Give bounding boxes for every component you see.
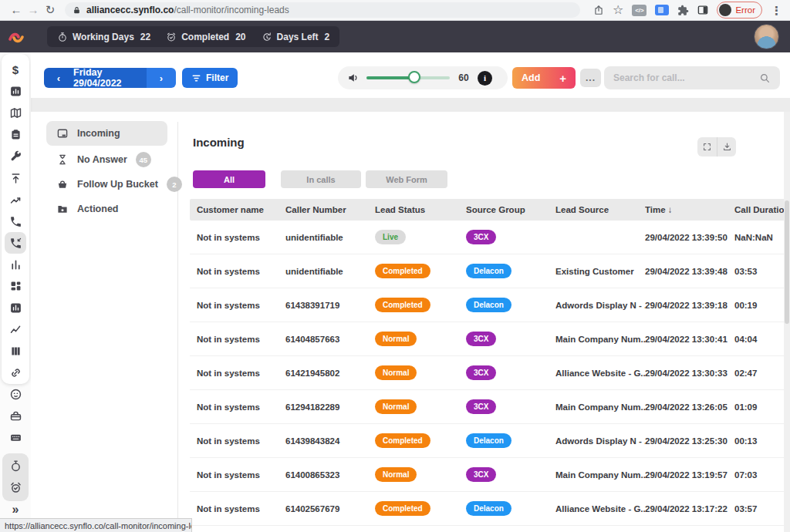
nav-item-actioned[interactable]: Actioned: [46, 197, 167, 221]
more-options-button[interactable]: ...: [580, 69, 601, 87]
rail-stopwatch-icon: [9, 460, 22, 473]
back-icon[interactable]: ←: [8, 0, 25, 20]
browser-menu-icon[interactable]: ⋮: [771, 5, 782, 16]
rail-item-wrench[interactable]: [5, 145, 26, 167]
rail-item-keyboard[interactable]: [5, 426, 26, 448]
col-source-group[interactable]: Source Group: [466, 205, 555, 214]
address-bar[interactable]: alliancecc.synflo.co/call-monitor/incomi…: [65, 2, 580, 18]
tab-web-form[interactable]: Web Form: [366, 170, 447, 188]
cell-customer-name: Not in systems: [197, 335, 285, 344]
rail-item-line-chart[interactable]: [5, 318, 26, 340]
date-next-button[interactable]: ›: [147, 68, 176, 88]
date-picker[interactable]: ‹ Friday 29/04/2022 ›: [44, 68, 176, 88]
col-lead-source[interactable]: Lead Source: [555, 205, 645, 214]
rail-item-lunch-bucket[interactable]: [5, 405, 26, 426]
cell-lead-status: Normal: [375, 399, 466, 414]
rail-item-incoming-calls[interactable]: [5, 232, 26, 254]
scrollbar-thumb[interactable]: [785, 200, 789, 324]
stopwatch-icon: [57, 32, 68, 42]
col-call-duration[interactable]: Call Duration: [734, 205, 784, 214]
info-icon[interactable]: i: [478, 71, 492, 86]
cell-time: 29/04/2022 13:39:18: [645, 301, 734, 310]
filter-icon: [191, 73, 201, 83]
table-row[interactable]: Not in systems 61421945802 Normal 3CX Al…: [190, 356, 784, 390]
cell-caller-number: 61400865323: [285, 470, 375, 480]
fullscreen-button[interactable]: [697, 137, 717, 157]
app-logo-icon[interactable]: [0, 28, 32, 46]
rail-item-expand[interactable]: »: [5, 499, 26, 520]
table-row[interactable]: Not in systems unidentifiable Live 3CX 2…: [190, 221, 784, 254]
search-input[interactable]: [613, 72, 759, 83]
filter-button[interactable]: Filter: [182, 68, 238, 88]
table-columns-icon: [9, 345, 22, 358]
download-button[interactable]: [717, 137, 736, 157]
col-caller-number[interactable]: Caller Number: [285, 205, 375, 214]
cell-customer-name: Not in systems: [197, 470, 285, 480]
dollar-icon: $: [12, 64, 19, 76]
upload-icon: [9, 172, 22, 185]
rail-item-trend[interactable]: [5, 189, 26, 210]
table-row[interactable]: Not in systems 61438391719 Completed Del…: [190, 288, 784, 322]
rail-item-table[interactable]: [5, 340, 26, 362]
add-button[interactable]: Add +: [512, 67, 576, 89]
rail-item-alarm[interactable]: [5, 476, 26, 498]
lead-status-badge: Normal: [375, 399, 417, 414]
tab-in-calls[interactable]: In calls: [281, 170, 361, 188]
source-group-badge: 3CX: [466, 332, 496, 346]
volume-slider-fill: [366, 76, 412, 79]
nav-item-follow-up-bucket[interactable]: Follow Up Bucket 2: [46, 172, 167, 197]
rail-item-calls[interactable]: [5, 210, 26, 232]
rail-item-timer[interactable]: [5, 455, 26, 476]
url-path: /call-monitor/incoming-leads: [174, 5, 289, 15]
blue-extension-icon[interactable]: [655, 5, 669, 15]
tab-split-icon[interactable]: [697, 5, 708, 15]
stat-working-days: Working Days 22: [57, 32, 150, 42]
table-row[interactable]: Not in systems unidentifiable Completed …: [190, 254, 784, 288]
rail-item-column-chart[interactable]: [5, 254, 26, 275]
code-extension-icon[interactable]: </>: [632, 5, 647, 16]
rail-item-clipboard[interactable]: [5, 123, 26, 145]
cell-lead-source: Main Company Num...: [555, 470, 645, 480]
rail-item-dollar[interactable]: $: [5, 59, 26, 80]
face-icon: [9, 388, 22, 401]
rail-item-map[interactable]: [5, 102, 26, 123]
col-customer-name[interactable]: Customer name: [197, 205, 285, 214]
bar-chart-icon: [9, 85, 22, 98]
nav-label: No Answer: [77, 154, 127, 165]
scrollbar-track[interactable]: [784, 112, 790, 532]
bookmark-star-icon[interactable]: ☆: [613, 4, 623, 16]
volume-slider-handle[interactable]: [408, 71, 420, 83]
cell-time: 29/04/2022 13:30:33: [645, 369, 734, 378]
rail-item-upload[interactable]: [5, 167, 26, 189]
user-avatar[interactable]: [754, 24, 779, 49]
col-lead-status[interactable]: Lead Status: [375, 205, 466, 214]
table-row[interactable]: Not in systems 61404857663 Normal 3CX Ma…: [190, 322, 784, 356]
volume-slider[interactable]: [366, 76, 450, 79]
nav-item-no-answer[interactable]: No Answer 45: [46, 147, 167, 172]
source-group-badge: 3CX: [466, 467, 496, 482]
table-row[interactable]: Not in systems 61400865323 Normal 3CX Ma…: [190, 458, 784, 492]
share-icon[interactable]: [593, 5, 604, 15]
extensions-puzzle-icon[interactable]: [677, 5, 689, 16]
reload-icon[interactable]: ↻: [42, 0, 59, 20]
rail-item-bar-chart[interactable]: [5, 80, 26, 102]
table-row[interactable]: Not in systems 61439843824 Completed Del…: [190, 424, 784, 458]
col-time[interactable]: Time ↓: [645, 205, 734, 214]
rail-item-contacts[interactable]: [5, 383, 26, 405]
tab-all[interactable]: All: [193, 170, 265, 188]
forward-icon[interactable]: →: [25, 0, 42, 20]
rail-item-chart-box[interactable]: [5, 297, 26, 318]
cell-time: 29/04/2022 13:17:22: [645, 504, 734, 513]
toolbar: ‹ Friday 29/04/2022 › Filter 60 i Add + …: [31, 52, 790, 98]
date-prev-button[interactable]: ‹: [44, 68, 73, 88]
profile-error-badge[interactable]: Error: [717, 2, 762, 19]
cell-lead-status: Normal: [375, 365, 466, 380]
nav-badge: 45: [136, 152, 151, 167]
rail-item-dashboard[interactable]: [5, 275, 26, 297]
screen: ← → ↻ alliancecc.synflo.co/call-monitor/…: [0, 0, 790, 532]
table-row[interactable]: Not in systems 61294182289 Normal 3CX Ma…: [190, 390, 784, 424]
nav-item-incoming[interactable]: Incoming: [46, 121, 167, 146]
rail-item-link[interactable]: [5, 362, 26, 383]
table-row[interactable]: Not in systems 61402567679 Completed Del…: [190, 492, 784, 526]
cell-customer-name: Not in systems: [197, 233, 285, 242]
